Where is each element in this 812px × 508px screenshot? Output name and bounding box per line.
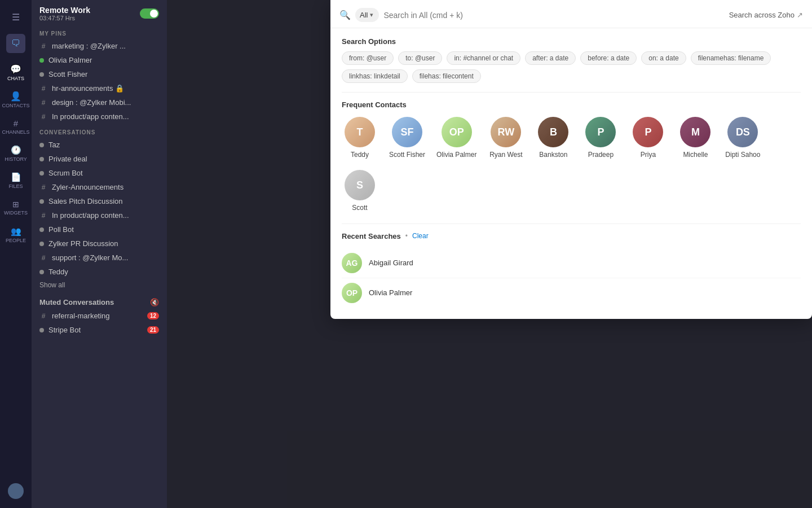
conv-teddy[interactable]: Teddy	[32, 265, 167, 279]
frequent-contact-olivia[interactable]: OPOlivia Palmer	[436, 117, 476, 159]
pin-design[interactable]: # design : @Zylker Mobi...	[32, 95, 167, 110]
pin-hr[interactable]: # hr-announcements 🔒	[32, 81, 167, 95]
offline-dot	[39, 72, 44, 77]
frequent-contact-teddy[interactable]: TTeddy	[342, 117, 378, 159]
search-options-title: Search Options	[342, 37, 801, 46]
conv-inproduct2[interactable]: # In product/app conten...	[32, 208, 167, 222]
conv-sales-name: Sales Pitch Discussion	[48, 197, 159, 205]
muted-title: Muted Conversations	[39, 298, 114, 306]
rail-files[interactable]: 📄 FILES	[3, 168, 28, 193]
frequent-contact-bankston[interactable]: BBankston	[535, 117, 571, 159]
frequent-contact-scott2[interactable]: SScott	[342, 170, 378, 212]
recent-name-abigail: Abigail Girard	[369, 259, 413, 267]
search-across-zoho[interactable]: Search across Zoho ↗	[729, 11, 803, 19]
rail-contacts[interactable]: 👤 CONTACTS	[3, 87, 28, 112]
search-across-label: Search across Zoho	[729, 11, 795, 19]
pin-scott-name: Scott Fisher	[48, 70, 159, 78]
muted-stripe-name: Stripe Bot	[48, 326, 143, 334]
search-tag-in---channel-or-chat[interactable]: in: #channel or chat	[447, 51, 520, 65]
search-tag-to---user[interactable]: to: @user	[398, 51, 442, 65]
frequent-contact-priya[interactable]: PPriya	[630, 117, 666, 159]
search-tag-linkhas--linkdetail[interactable]: linkhas: linkdetail	[342, 69, 408, 83]
icon-rail: ☰ 🗨 💬 CHATS 👤 CONTACTS # CHANNELS 🕐 HIST…	[0, 0, 32, 508]
recent-search-olivia2[interactable]: OPOlivia Palmer	[342, 278, 801, 308]
offline-dot	[39, 328, 44, 332]
conv-poll[interactable]: Poll Bot	[32, 222, 167, 237]
contact-avatar-teddy: T	[345, 117, 375, 147]
rail-chats[interactable]: 💬 CHATS	[3, 60, 28, 85]
hash-icon: #	[39, 183, 47, 191]
conv-scrum[interactable]: Scrum Bot	[32, 166, 167, 180]
app-logo: 🗨	[6, 34, 25, 53]
pin-design-name: design : @Zylker Mobi...	[52, 98, 159, 107]
online-dot	[39, 58, 44, 63]
rail-user-avatar[interactable]	[3, 479, 28, 503]
muted-referral-name: referral-marketing	[52, 312, 143, 320]
show-all-button[interactable]: Show all	[32, 279, 167, 294]
frequent-contact-scott-fisher[interactable]: SFScott Fisher	[389, 117, 425, 159]
recent-avatar-olivia2: OP	[342, 283, 362, 303]
contact-avatar-michelle: M	[680, 117, 710, 147]
conv-zyler-pr-name: Zylker PR Discussion	[48, 239, 159, 248]
recent-header: Recent Searches • Clear	[342, 232, 801, 240]
muted-referral[interactable]: # referral-marketing 12	[32, 309, 167, 323]
search-input[interactable]	[383, 11, 724, 20]
search-filter-pill[interactable]: All ▾	[355, 8, 379, 22]
search-tag-after--a-date[interactable]: after: a date	[525, 51, 576, 65]
conv-support[interactable]: # support : @Zylker Mo...	[32, 251, 167, 265]
recent-search-abigail[interactable]: AGAbigail Girard	[342, 248, 801, 278]
offline-dot	[39, 199, 44, 204]
pin-scott[interactable]: Scott Fisher	[32, 67, 167, 81]
search-tag-filehas--filecontent[interactable]: filehas: filecontent	[412, 69, 481, 83]
clear-button[interactable]: Clear	[412, 232, 429, 240]
frequent-contact-ryan[interactable]: RWRyan West	[488, 117, 524, 159]
muted-stripe[interactable]: Stripe Bot 21	[32, 323, 167, 337]
rail-history[interactable]: 🕐 HISTORY	[3, 141, 28, 166]
pin-inproduct[interactable]: # In product/app conten...	[32, 110, 167, 124]
menu-button[interactable]: ☰	[3, 5, 28, 29]
conv-zyler-ann[interactable]: # Zyler-Announcements	[32, 180, 167, 194]
search-body: Search Options from: @userto: @userin: #…	[330, 28, 812, 308]
conv-teddy-name: Teddy	[48, 268, 159, 276]
work-timer: 03:47:57 Hrs	[39, 15, 90, 21]
sidebar: Remote Work 03:47:57 Hrs My Pins # marke…	[32, 0, 167, 508]
divider	[342, 92, 801, 93]
hash-icon: #	[39, 99, 47, 107]
muted-icon: 🔇	[150, 298, 159, 306]
recent-searches-title: Recent Searches	[342, 232, 401, 240]
hash-icon: #	[39, 42, 47, 50]
main-area: - Cyril Connolly - 🐦 🔍 All ▾ Search acro…	[167, 0, 812, 508]
offline-dot	[39, 270, 44, 274]
search-tag-before--a-date[interactable]: before: a date	[580, 51, 637, 65]
frequent-contact-dipti[interactable]: DSDipti Sahoo	[725, 117, 761, 159]
conv-zyler-pr[interactable]: Zylker PR Discussion	[32, 237, 167, 251]
pin-marketing[interactable]: # marketing : @Zylker ...	[32, 39, 167, 53]
search-tag-filenamehas--filename[interactable]: filenamehas: filename	[691, 51, 771, 65]
search-bar: 🔍 All ▾ Search across Zoho ↗	[330, 0, 812, 28]
search-tag-from---user[interactable]: from: @user	[342, 51, 394, 65]
rail-widgets[interactable]: ⊞ WIDGETS	[3, 195, 28, 220]
my-pins-label: My Pins	[32, 25, 167, 39]
contact-avatar-scott2: S	[345, 170, 375, 200]
workspace-title: Remote Work	[39, 6, 90, 15]
conv-sales[interactable]: Sales Pitch Discussion	[32, 194, 167, 208]
pin-olivia[interactable]: Olivia Palmer	[32, 53, 167, 67]
frequent-contact-michelle[interactable]: MMichelle	[677, 117, 713, 159]
conv-taz[interactable]: Taz	[32, 138, 167, 152]
conv-poll-name: Poll Bot	[48, 225, 159, 234]
recent-name-olivia2: Olivia Palmer	[369, 288, 412, 297]
hash-icon: #	[39, 312, 47, 320]
frequent-contacts-list: TTeddySFScott FisherOPOlivia PalmerRWRya…	[342, 117, 801, 212]
filter-label: All	[360, 11, 368, 19]
rail-channels[interactable]: # CHANNELS	[3, 114, 28, 139]
dot-separator: •	[405, 232, 408, 240]
search-tag-on--a-date[interactable]: on: a date	[641, 51, 686, 65]
hash-icon: #	[39, 85, 47, 93]
conv-private-name: Private deal	[48, 155, 159, 163]
offline-dot	[39, 242, 44, 246]
remote-toggle[interactable]	[140, 8, 159, 19]
frequent-contact-pradeep[interactable]: PPradeep	[582, 117, 619, 159]
remote-toggle-wrap	[140, 8, 159, 19]
conv-private[interactable]: Private deal	[32, 152, 167, 166]
rail-people[interactable]: 👥 PEOPLE	[3, 222, 28, 247]
